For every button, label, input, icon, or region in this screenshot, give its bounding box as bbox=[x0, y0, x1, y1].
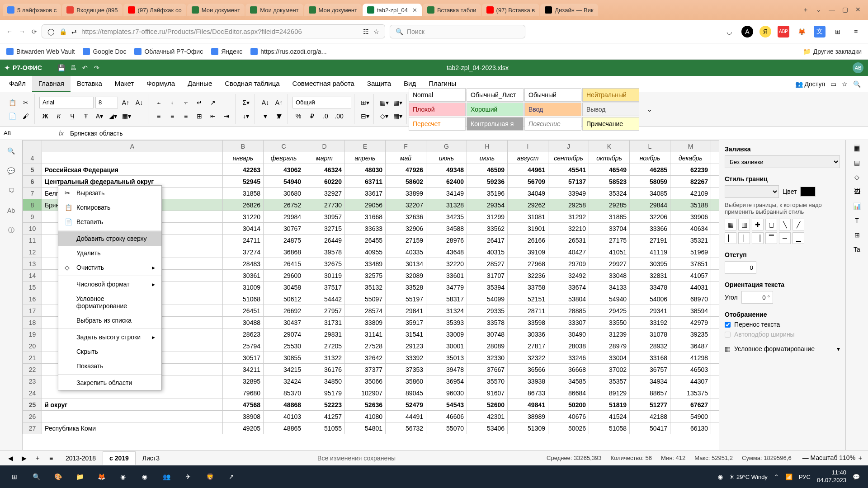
signature-tab-icon[interactable]: Ta bbox=[854, 246, 860, 253]
context-menu-item[interactable]: Добавить строку сверху bbox=[58, 231, 161, 246]
data-cell[interactable]: 31081 bbox=[508, 211, 548, 223]
data-cell[interactable]: 79680 bbox=[223, 387, 264, 399]
border-vert-icon[interactable]: │ bbox=[738, 232, 750, 244]
data-cell[interactable]: 30119 bbox=[304, 270, 345, 282]
cell-style[interactable]: Normal bbox=[409, 88, 466, 102]
bookmark-item[interactable]: Google Doc bbox=[83, 48, 126, 55]
align-bottom-icon[interactable]: ⫟ bbox=[180, 97, 192, 108]
weather-widget[interactable]: ☀ 29°C Windy bbox=[729, 474, 767, 480]
border-diag2-icon[interactable]: ╱ bbox=[793, 219, 804, 230]
data-cell[interactable]: 33489 bbox=[345, 258, 386, 270]
cell-style[interactable]: Обычный_Лист bbox=[467, 88, 524, 102]
row-header[interactable]: 18 bbox=[23, 317, 42, 328]
menu-макет[interactable]: Макет bbox=[108, 76, 140, 92]
merge-icon[interactable]: ⊞ bbox=[193, 110, 205, 122]
row-header[interactable]: 26 bbox=[23, 411, 42, 422]
data-cell[interactable]: 24875 bbox=[264, 235, 304, 246]
data-cell[interactable]: 56732 bbox=[386, 422, 426, 434]
data-cell[interactable]: 28623 bbox=[223, 328, 264, 340]
data-cell[interactable]: 32906 bbox=[386, 223, 426, 235]
data-cell[interactable]: 32206 bbox=[630, 211, 670, 223]
row-header[interactable]: 9 bbox=[23, 211, 42, 223]
spreadsheet-grid[interactable]: ABCDEFGHIJKLM4январьфевральмартапрельмай… bbox=[23, 140, 719, 450]
data-cell[interactable]: 37851 bbox=[670, 258, 711, 270]
data-cell[interactable]: 32675 bbox=[304, 258, 345, 270]
data-cell[interactable]: 54801 bbox=[345, 422, 386, 434]
data-cell[interactable]: 91607 bbox=[467, 387, 508, 399]
data-cell[interactable]: 31078 bbox=[630, 328, 670, 340]
column-header[interactable]: J bbox=[548, 141, 589, 152]
pocket-icon[interactable]: ◡ bbox=[723, 26, 735, 38]
data-cell[interactable]: 27730 bbox=[304, 199, 345, 211]
data-cell[interactable]: 46285 bbox=[630, 164, 670, 176]
data-cell[interactable]: 36757 bbox=[630, 364, 670, 375]
search-task-icon[interactable]: 🔍 bbox=[25, 466, 47, 488]
data-cell[interactable]: 34588 bbox=[426, 223, 467, 235]
data-cell[interactable]: 32330 bbox=[467, 352, 508, 364]
inc-decimal-icon[interactable]: .00 bbox=[333, 110, 345, 122]
row-label-cell[interactable] bbox=[42, 411, 223, 422]
text-tab-icon[interactable]: T bbox=[855, 217, 859, 224]
data-cell[interactable]: 54940 bbox=[589, 293, 630, 305]
data-cell[interactable]: 48030 bbox=[345, 164, 386, 176]
browser-tab[interactable]: tab2-zpl_04✕ bbox=[363, 4, 422, 16]
month-header[interactable]: апрель bbox=[345, 152, 386, 164]
ext-fox-icon[interactable]: 🦊 bbox=[796, 26, 807, 38]
data-cell[interactable]: 39906 bbox=[670, 211, 711, 223]
zoom-control[interactable]: — Масштаб 110% ＋ bbox=[802, 454, 863, 462]
data-cell[interactable]: 37517 bbox=[304, 282, 345, 293]
chat-icon[interactable]: 🗨 bbox=[5, 184, 18, 197]
data-cell[interactable]: 36487 bbox=[670, 340, 711, 352]
data-cell[interactable]: 49841 bbox=[508, 399, 548, 411]
data-cell[interactable]: 29056 bbox=[345, 199, 386, 211]
border-all-icon[interactable]: ▦ bbox=[725, 219, 736, 230]
data-cell[interactable]: 36868 bbox=[264, 246, 304, 258]
data-cell[interactable]: 33899 bbox=[386, 188, 426, 199]
data-cell[interactable]: 26692 bbox=[264, 305, 304, 317]
data-cell[interactable]: 40427 bbox=[548, 246, 589, 258]
data-cell[interactable]: 24711 bbox=[223, 235, 264, 246]
data-cell[interactable]: 28527 bbox=[467, 258, 508, 270]
data-cell[interactable]: 95179 bbox=[304, 387, 345, 399]
border-top-icon[interactable]: ▔ bbox=[765, 232, 777, 244]
data-cell[interactable]: 35324 bbox=[589, 188, 630, 199]
data-cell[interactable]: 33366 bbox=[630, 223, 670, 235]
back-button[interactable]: ← bbox=[6, 28, 13, 35]
data-cell[interactable]: 33809 bbox=[345, 317, 386, 328]
sheet-tab[interactable]: 2013-2018 bbox=[59, 451, 103, 465]
data-cell[interactable]: 42109 bbox=[670, 188, 711, 199]
chrome-icon[interactable]: ◉ bbox=[112, 466, 134, 488]
menu-совместная работа[interactable]: Совместная работа bbox=[286, 76, 361, 92]
data-cell[interactable]: 31324 bbox=[426, 305, 467, 317]
row-label-cell[interactable]: й округ bbox=[42, 399, 223, 411]
data-cell[interactable]: 29709 bbox=[548, 258, 589, 270]
border-horiz-icon[interactable]: ─ bbox=[779, 232, 791, 244]
data-cell[interactable]: 31731 bbox=[304, 317, 345, 328]
fill-color-icon[interactable]: ◢▾ bbox=[107, 110, 119, 122]
data-cell[interactable]: 35393 bbox=[426, 317, 467, 328]
data-cell[interactable]: 47926 bbox=[386, 164, 426, 176]
name-box[interactable]: A8 bbox=[0, 128, 54, 138]
border-diag1-icon[interactable]: ╲ bbox=[779, 219, 791, 230]
open-location-icon[interactable]: ▭ bbox=[830, 80, 836, 88]
data-cell[interactable]: 30336 bbox=[508, 328, 548, 340]
data-cell[interactable]: 33004 bbox=[589, 352, 630, 364]
data-cell[interactable]: 32210 bbox=[548, 223, 589, 235]
data-cell[interactable]: 52151 bbox=[508, 293, 548, 305]
data-cell[interactable]: 46503 bbox=[670, 364, 711, 375]
data-cell[interactable]: 35570 bbox=[467, 375, 508, 387]
filter-icon[interactable]: ▼ bbox=[259, 110, 271, 122]
clock[interactable]: 11:40 04.07.2023 bbox=[817, 469, 846, 484]
data-cell[interactable]: 29074 bbox=[264, 328, 304, 340]
cell-style[interactable]: Обычный bbox=[524, 88, 581, 102]
hamburger-icon[interactable]: ≡ bbox=[850, 26, 862, 38]
data-cell[interactable]: 52479 bbox=[386, 399, 426, 411]
browser-tab[interactable]: 5 лайфхаков с bbox=[3, 4, 61, 16]
data-cell[interactable]: 44307 bbox=[670, 375, 711, 387]
menu-файл[interactable]: Файл bbox=[3, 76, 32, 92]
data-cell[interactable]: 37667 bbox=[467, 364, 508, 375]
context-menu-item[interactable]: Скрыть bbox=[58, 344, 161, 359]
row-header[interactable]: 21 bbox=[23, 352, 42, 364]
favorite-icon[interactable]: ☆ bbox=[842, 80, 848, 88]
data-cell[interactable]: 28979 bbox=[589, 340, 630, 352]
